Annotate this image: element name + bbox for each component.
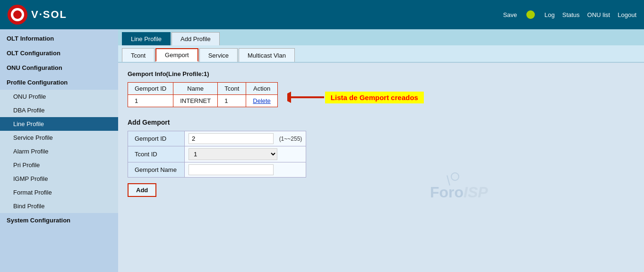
table-row: 1 INTERNET 1 Delete	[128, 95, 278, 107]
arrow-icon	[287, 89, 325, 106]
gemport-name-input[interactable]	[189, 164, 274, 175]
tab-bar: Line Profile Add Profile	[118, 29, 644, 45]
add-gemport-title: Add Gemport	[128, 119, 635, 126]
log-link[interactable]: Log	[544, 11, 555, 18]
header: V·SOL Save Log Status ONU list Logout	[0, 0, 644, 29]
sidebar-item-system-configuration[interactable]: System Configuration	[0, 213, 118, 228]
value-gemport-name	[185, 162, 306, 178]
gemport-info-title: Gemport Info(Line Profile:1)	[128, 70, 635, 77]
svg-point-0	[8, 5, 27, 25]
sidebar-item-alarm-profile[interactable]: Alarm Profile	[0, 144, 118, 158]
sub-tab-gemport[interactable]: Gemport	[155, 48, 198, 62]
sidebar: OLT Information OLT Configuration ONU Co…	[0, 29, 118, 272]
sub-tab-tcont[interactable]: Tcont	[122, 48, 155, 62]
sidebar-item-pri-profile[interactable]: Pri Profile	[0, 158, 118, 172]
col-gemport-id: Gemport ID	[128, 83, 173, 95]
col-action: Action	[246, 83, 278, 95]
logo-area: V·SOL	[8, 5, 67, 25]
onu-list-link[interactable]: ONU list	[587, 11, 610, 18]
sidebar-item-service-profile[interactable]: Service Profile	[0, 131, 118, 144]
svg-point-1	[11, 8, 24, 21]
sidebar-item-profile-configuration[interactable]: Profile Configuration	[0, 75, 118, 90]
col-tcont: Tcont	[218, 83, 246, 95]
form-row-gemport-name: Gemport Name	[128, 162, 306, 178]
svg-point-2	[14, 11, 21, 18]
logo-text: V·SOL	[31, 8, 67, 21]
layout: OLT Information OLT Configuration ONU Co…	[0, 29, 644, 272]
form-row-tcont-id: Tcont ID 1 2 3	[128, 146, 306, 162]
sub-tab-service[interactable]: Service	[199, 48, 238, 62]
gemport-id-input[interactable]	[189, 133, 274, 144]
sub-tab-bar: Tcont Gemport Service Multicast Vlan	[118, 45, 644, 63]
header-right: Save Log Status ONU list Logout	[503, 10, 636, 19]
tab-line-profile[interactable]: Line Profile	[122, 32, 171, 45]
gemport-id-hint: (1~~255)	[279, 136, 302, 142]
label-tcont-id: Tcont ID	[128, 146, 185, 162]
save-label: Save	[503, 11, 517, 18]
sidebar-item-line-profile[interactable]: Line Profile	[0, 117, 118, 131]
annotation-row: Lista de Gemport creados	[287, 89, 424, 106]
form-row-gemport-id: Gemport ID (1~~255)	[128, 131, 306, 146]
sidebar-item-bind-profile[interactable]: Bind Profile	[0, 199, 118, 213]
cell-tcont: 1	[218, 95, 246, 107]
status-link[interactable]: Status	[562, 11, 580, 18]
sidebar-item-onu-profile[interactable]: ONU Profile	[0, 90, 118, 103]
sub-tab-multicast-vlan[interactable]: Multicast Vlan	[239, 48, 295, 62]
sidebar-item-olt-configuration[interactable]: OLT Configuration	[0, 46, 118, 60]
sidebar-item-onu-configuration[interactable]: ONU Configuration	[0, 60, 118, 75]
main-content: Line Profile Add Profile Tcont Gemport S…	[118, 29, 644, 272]
gemport-table: Gemport ID Name Tcont Action 1 INTERNET …	[128, 82, 278, 107]
delete-link[interactable]: Delete	[253, 97, 271, 104]
tab-add-profile[interactable]: Add Profile	[172, 32, 220, 45]
cell-name: INTERNET	[173, 95, 218, 107]
cell-gemport-id: 1	[128, 95, 173, 107]
col-name: Name	[173, 83, 218, 95]
status-indicator	[526, 10, 535, 19]
tcont-id-select[interactable]: 1 2 3	[189, 148, 277, 160]
logout-link[interactable]: Logout	[618, 11, 636, 18]
value-gemport-id: (1~~255)	[185, 131, 306, 146]
label-gemport-name: Gemport Name	[128, 162, 185, 178]
logo-icon	[8, 5, 27, 25]
sidebar-item-format-profile[interactable]: Format Profile	[0, 186, 118, 199]
value-tcont-id: 1 2 3	[185, 146, 306, 162]
watermark: ForoISP	[430, 184, 488, 201]
sidebar-item-olt-information[interactable]: OLT Information	[0, 31, 118, 46]
cell-action[interactable]: Delete	[246, 95, 278, 107]
header-links: Log Status ONU list Logout	[544, 11, 636, 18]
content-area: Gemport Info(Line Profile:1) Gemport ID …	[118, 63, 644, 204]
annotation-label: Lista de Gemport creados	[325, 92, 424, 103]
content-wrapper: Gemport Info(Line Profile:1) Gemport ID …	[128, 70, 635, 197]
label-gemport-id: Gemport ID	[128, 131, 185, 146]
sidebar-item-igmp-profile[interactable]: IGMP Profile	[0, 172, 118, 186]
sidebar-item-dba-profile[interactable]: DBA Profile	[0, 103, 118, 117]
add-gemport-form: Gemport ID (1~~255) Tcont ID 1	[128, 131, 306, 178]
add-button[interactable]: Add	[128, 183, 156, 197]
